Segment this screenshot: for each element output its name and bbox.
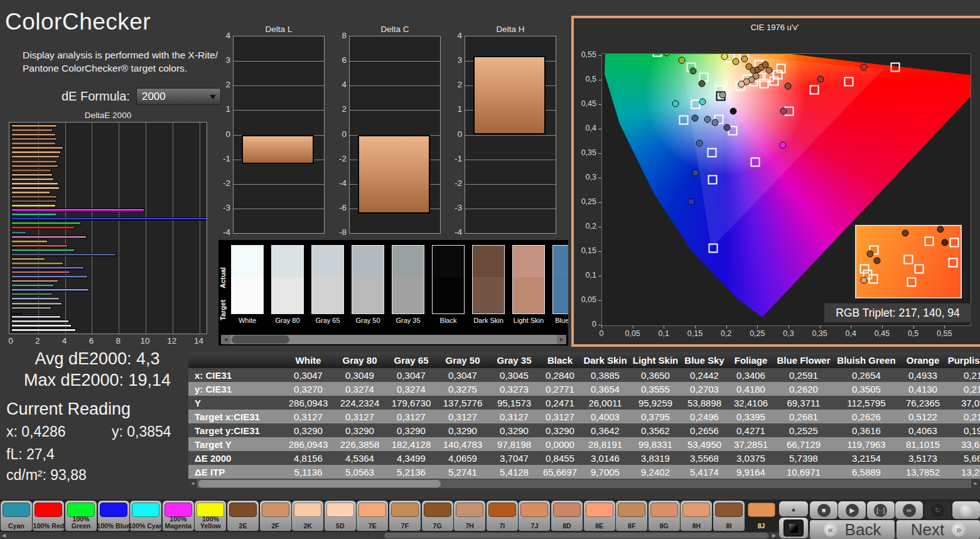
patch-button-100-blue[interactable]: 100% Blue — [98, 501, 129, 531]
cie-measurement-marker — [723, 124, 730, 131]
patch-button-8g[interactable]: 8G — [649, 501, 680, 531]
cie-y-tick — [598, 251, 601, 252]
scroll-left-icon[interactable]: ◄ — [221, 335, 230, 344]
table-cell: 0,3290 — [283, 423, 334, 437]
patch-button-7h[interactable]: 7H — [454, 501, 485, 531]
deltae-bar — [11, 155, 60, 158]
patch-button-8i[interactable]: 8I — [713, 501, 745, 531]
swatch-scrollbar[interactable]: ◄ ► — [221, 335, 566, 344]
patch-button-100-yellow[interactable]: 100% Yellow — [195, 501, 226, 531]
swatch-target-color — [352, 277, 384, 313]
table-cell: 99,8331 — [630, 437, 681, 451]
stop-button[interactable]: ■ — [810, 501, 837, 519]
table-cell: 0,3273 — [488, 382, 540, 396]
deltae-bar — [11, 307, 51, 310]
stop-display-button[interactable] — [779, 518, 808, 538]
patch-button-8j[interactable]: 8J — [746, 501, 777, 531]
patch-button-8d[interactable]: 8D — [551, 501, 583, 531]
deltae-bar — [11, 320, 69, 323]
patch-button-2f[interactable]: 2F — [260, 501, 291, 531]
table-cell: 0,2525 — [773, 423, 834, 437]
patch-button-100-magenta[interactable]: 100% Magenta — [163, 501, 194, 531]
patch-button-label: 2E — [225, 523, 261, 530]
delta-y-tick-label: 6 — [333, 55, 347, 65]
deltae-bar — [11, 195, 57, 199]
swatch-label: Black — [428, 317, 468, 324]
table-cell: 0,3395 — [728, 410, 773, 423]
de-formula-dropdown[interactable]: 2000 — [136, 88, 221, 105]
table-scrollbar[interactable]: ◄ ► — [188, 479, 980, 488]
table-cell: 0,2681 — [773, 410, 834, 423]
table-cell: 0,3274 — [385, 382, 437, 396]
delta-y-tick-label: -8 — [333, 227, 347, 237]
cie-measurement-marker — [691, 115, 698, 122]
deltae-bar — [11, 217, 207, 220]
table-row: ΔE ITP5,11365,05635,21365,27415,412865,6… — [188, 465, 980, 479]
cie-x-tick-label: 0,2 — [721, 329, 731, 338]
patch-scroll-thumb[interactable] — [384, 533, 768, 538]
cie-x-tick — [633, 325, 633, 329]
patch-button-7f[interactable]: 7F — [389, 501, 421, 531]
inset-measurement-marker — [874, 258, 881, 264]
table-cell: 0,4130 — [899, 382, 947, 396]
swatch-target-color — [232, 277, 263, 313]
scroll-right-icon[interactable]: ► — [971, 479, 980, 488]
deltae-bar — [11, 324, 72, 327]
table-cell: 0,3290 — [385, 423, 437, 437]
swatch-label: Blue Sky — [549, 317, 568, 324]
table-cell: 0,3047 — [385, 368, 437, 382]
table-cell: 9,2402 — [630, 465, 681, 479]
table-column-header: Gray 80 — [334, 352, 385, 368]
next-button[interactable]: Next » — [897, 520, 980, 539]
patch-button-8h[interactable]: 8H — [681, 501, 712, 531]
table-scroll-thumb[interactable] — [198, 480, 441, 487]
patch-button-cyan[interactable]: Cyan — [1, 501, 32, 531]
infinity-button[interactable]: ∞ — [895, 501, 923, 519]
deltae-bar — [11, 151, 61, 154]
patch-button-label: 100% Yellow — [193, 516, 228, 530]
patch-button-8f[interactable]: 8F — [616, 501, 647, 531]
back-button[interactable]: « Back — [810, 520, 895, 539]
record-blank-button[interactable] — [952, 501, 980, 519]
patch-button-2k[interactable]: 2K — [292, 501, 323, 531]
delta-y-tick-label: 0 — [217, 129, 230, 139]
patch-button-7g[interactable]: 7G — [422, 501, 453, 531]
patch-button-7j[interactable]: 7J — [519, 501, 550, 531]
swatch-scroll-thumb[interactable] — [232, 335, 289, 344]
scroll-right-icon[interactable]: ▶ — [770, 532, 778, 539]
inset-measurement-marker — [937, 226, 944, 232]
patch-button-100-green[interactable]: 100% Green — [65, 501, 97, 531]
cie-measurement-marker — [672, 101, 679, 107]
patch-button-2e[interactable]: 2E — [227, 501, 259, 531]
scroll-left-icon[interactable]: ◄ — [188, 479, 197, 488]
table-cell: 226,3858 — [334, 437, 385, 451]
patch-button-100-red[interactable]: 100% Red — [33, 501, 64, 531]
table-cell: 286,0943 — [283, 437, 334, 451]
table-cell: 0,3290 — [437, 423, 488, 437]
loop-button[interactable]: ↻ — [924, 501, 952, 519]
patch-button-5d[interactable]: 5D — [325, 501, 356, 531]
scroll-up-button[interactable]: ▲ — [779, 501, 808, 516]
table-cell: 37,2851 — [728, 437, 773, 451]
deltae-bar — [11, 200, 57, 203]
delta-gridline — [465, 160, 556, 160]
patch-button-label: 8H — [679, 523, 714, 530]
delta-chart-frame — [233, 36, 325, 234]
colorchecker-data-table: WhiteGray 80Gray 65Gray 50Gray 35BlackDa… — [188, 352, 980, 479]
patch-button-8e[interactable]: 8E — [584, 501, 615, 531]
patch-button-100-cyan[interactable]: 100% Cyan — [130, 501, 161, 531]
frame-step-button[interactable]: [··] — [867, 501, 895, 519]
scroll-right-icon[interactable]: ► — [557, 335, 566, 344]
loop-icon: ↻ — [931, 504, 944, 517]
patch-button-7i[interactable]: 7I — [487, 501, 518, 531]
patch-button-7e[interactable]: 7E — [357, 501, 388, 531]
scroll-left-icon[interactable]: ◀ — [0, 532, 8, 539]
table-cell: 0,2656 — [681, 423, 728, 437]
swatch-label: Gray 35 — [388, 317, 428, 324]
patch-strip-scrollbar[interactable]: ◀ ▶ — [0, 532, 778, 539]
delta-y-tick-label: 3 — [449, 55, 462, 65]
patch-button-label: 7E — [355, 523, 390, 530]
app-description: Display analysis is performed with the X… — [23, 49, 225, 75]
play-button[interactable]: ▶ — [838, 501, 866, 519]
x-label: x: — [6, 423, 18, 440]
